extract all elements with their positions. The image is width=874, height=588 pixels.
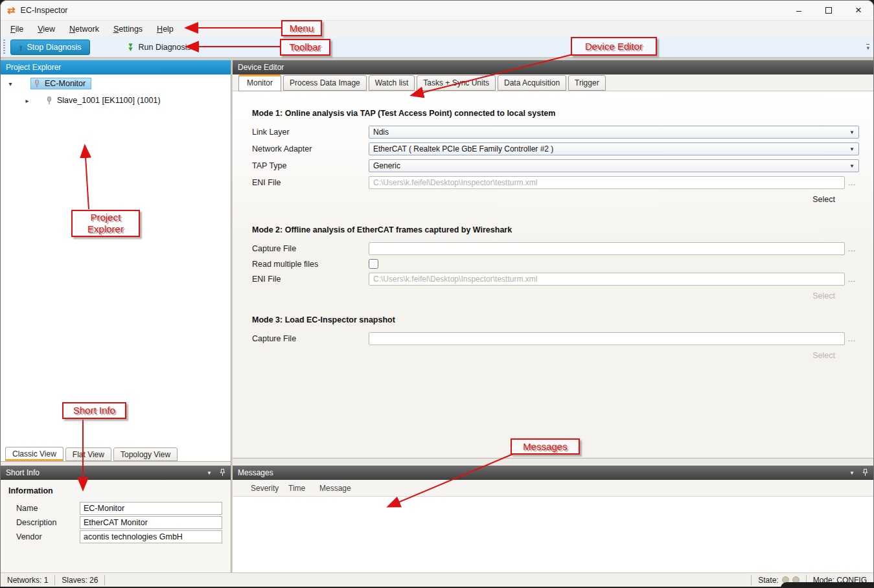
mode3-heading: Mode 3: Load EC-Inspector snapshot [252,315,859,324]
browse-button[interactable]: ... [845,243,859,254]
expander-open-icon[interactable]: ▾ [6,80,15,87]
status-bar: Networks: 1 Slaves: 26 State: Mode: CONF… [1,572,873,587]
network-adapter-label: Network Adapter [252,144,369,153]
device-editor-title: Device Editor [238,63,284,72]
maximize-icon [825,7,832,14]
monitor-tab-content: Mode 1: Online analysis via TAP (Test Ac… [233,91,873,458]
select-button[interactable]: Select [812,195,835,204]
eni-file-input-2[interactable] [369,273,845,286]
callout-device-editor: Device Editor [571,37,657,56]
column-severity[interactable]: Severity [251,484,288,493]
tab-trigger[interactable]: Trigger [568,75,606,91]
mode3-section: Mode 3: Load EC-Inspector snapshot Captu… [252,315,859,359]
snapshot-capture-file-row: Capture File ... [252,332,859,345]
eni-file-label: ENI File [252,275,369,284]
description-field[interactable] [80,516,222,529]
device-icon [46,96,52,105]
chevron-down-icon[interactable]: ▼ [849,470,855,476]
device-icon [34,80,40,88]
link-layer-row: Link Layer Ndis ▼ [252,126,859,139]
horizontal-splitter[interactable] [1,461,231,466]
capture-file-input[interactable] [369,242,845,255]
tab-process-data-image[interactable]: Process Data Image [283,75,367,91]
callout-short-info: Short Info [62,402,126,419]
horizontal-splitter[interactable] [233,458,873,466]
messages-list [233,497,873,572]
chevron-down-icon: ▼ [849,130,855,135]
short-info-title: Short Info [6,468,40,477]
menu-settings[interactable]: Settings [106,23,150,36]
pin-icon[interactable] [862,469,868,477]
column-time[interactable]: Time [288,484,319,493]
tab-classic-view[interactable]: Classic View [5,447,63,461]
explorer-view-tabs: Classic View Flat View Topology View [1,446,231,461]
tab-monitor[interactable]: Monitor [238,74,281,91]
capture-file-label: Capture File [252,334,369,343]
snapshot-capture-file-input[interactable] [369,332,845,345]
callout-toolbar: Toolbar [280,39,330,56]
maximize-button[interactable] [814,1,844,20]
minimize-button[interactable]: – [784,1,814,20]
state-label: State: [758,576,778,585]
name-row: Name [8,501,231,515]
short-info-panel: Information Name Description Vendor [1,480,231,572]
eni-file-input[interactable] [369,176,845,189]
toolbar-overflow-button[interactable]: ▾ [866,44,869,51]
toolbar-grip[interactable] [3,40,5,55]
description-label: Description [8,518,80,527]
information-section-title: Information [8,486,231,495]
browse-button[interactable]: ... [845,177,859,188]
run-diagnosis-label: Run Diagnosis [138,43,190,52]
tree-selection[interactable]: EC-Monitor [30,78,91,89]
name-field[interactable] [80,502,222,515]
tab-flat-view[interactable]: Flat View [65,447,111,461]
read-multiple-checkbox[interactable] [369,259,378,269]
project-explorer-panel: Project Explorer ▾ EC-Monitor ▸ Slave_10… [1,60,231,572]
overlapping-window-corner [781,582,874,588]
tab-data-acquisition[interactable]: Data Acquisition [498,75,566,91]
main-area: Project Explorer ▾ EC-Monitor ▸ Slave_10… [1,58,873,572]
mode1-heading: Mode 1: Online analysis via TAP (Test Ac… [252,109,859,118]
column-message[interactable]: Message [319,484,873,493]
browse-button[interactable]: ... [845,333,859,345]
select-button-disabled: Select [812,351,835,360]
browse-button[interactable]: ... [845,273,859,285]
networks-count: Networks: 1 [1,575,55,585]
tab-topology-view[interactable]: Topology View [113,447,178,461]
messages-column-headers: Severity Time Message [233,480,873,497]
select-button-disabled: Select [812,291,835,300]
callout-messages: Messages [511,438,580,455]
tap-type-select[interactable]: Generic ▼ [369,159,859,172]
chevron-down-icon: ▼ [849,163,855,169]
vendor-field[interactable] [80,530,222,543]
device-editor-tabs: Monitor Process Data Image Watch list Ta… [233,74,873,91]
run-diagnosis-button[interactable]: ▼▼ Run Diagnosis [128,43,191,52]
tree-item-ec-monitor[interactable]: ▾ EC-Monitor [1,76,231,91]
name-label: Name [8,504,80,513]
menu-network[interactable]: Network [62,23,106,36]
network-adapter-row: Network Adapter EtherCAT ( Realtek PCIe … [252,142,859,155]
mode1-select-row: Select [252,193,859,203]
window-title: EC-Inspector [21,6,68,15]
tree-item-slave-1001[interactable]: ▸ Slave_1001 [EK1100] (1001) [17,93,231,107]
pin-icon[interactable] [220,469,225,477]
close-icon: × [855,4,862,17]
menu-file[interactable]: File [3,23,30,36]
read-multiple-row: Read multiple files [252,259,859,269]
stop-diagnosis-button[interactable]: ↑ Stop Diagnosis [10,40,90,55]
network-adapter-select[interactable]: EtherCAT ( Realtek PCIe GbE Family Contr… [369,142,859,155]
close-button[interactable]: × [844,1,873,20]
tab-watch-list[interactable]: Watch list [369,75,415,91]
app-logo-icon: ⇄ [7,5,16,16]
expander-closed-icon[interactable]: ▸ [23,97,32,104]
run-chevrons-icon: ▼▼ [128,43,134,51]
tree-item-label: Slave_1001 [EK1100] (1001) [57,96,161,105]
chevron-down-icon[interactable]: ▼ [207,470,212,476]
menu-help[interactable]: Help [150,23,181,36]
mode3-select-row: Select [252,349,859,359]
tab-tasks-sync-units[interactable]: Tasks + Sync Units [417,75,496,91]
mode2-heading: Mode 2: Offline analysis of EtherCAT fra… [252,225,859,234]
link-layer-select[interactable]: Ndis ▼ [369,126,859,139]
tap-type-label: TAP Type [252,161,369,170]
menu-view[interactable]: View [30,23,62,36]
